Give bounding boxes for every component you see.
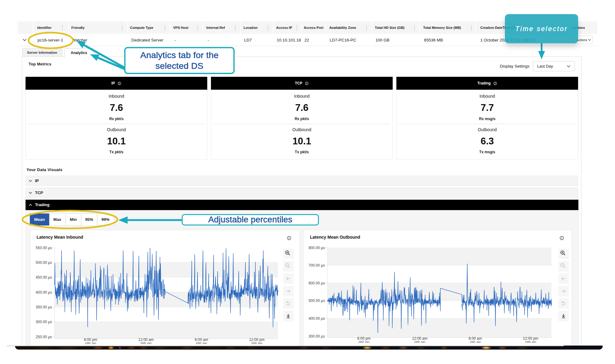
svg-text:250.00 µs: 250.00 µs <box>36 335 52 339</box>
svg-text:29th Jan: 29th Jan <box>251 341 262 345</box>
svg-text:29th Jan: 29th Jan <box>525 340 536 343</box>
svg-text:500.00 µs: 500.00 µs <box>36 260 52 265</box>
svg-text:28th Jan: 28th Jan <box>358 340 369 343</box>
svg-text:350.00 µs: 350.00 µs <box>36 305 52 309</box>
svg-text:600.00 µs: 600.00 µs <box>308 281 325 285</box>
svg-text:400.00 µs: 400.00 µs <box>36 290 52 295</box>
svg-text:700.00 µs: 700.00 µs <box>308 263 325 268</box>
svg-text:300.00 µs: 300.00 µs <box>36 320 52 324</box>
svg-text:300.00 µs: 300.00 µs <box>308 334 325 339</box>
svg-text:29th Jan: 29th Jan <box>196 341 207 345</box>
svg-text:450.00 µs: 450.00 µs <box>36 275 52 280</box>
svg-text:550.00 µs: 550.00 µs <box>36 246 52 250</box>
svg-text:800.00 µs: 800.00 µs <box>308 246 325 250</box>
svg-text:400.00 µs: 400.00 µs <box>308 316 325 321</box>
svg-text:29th Jan: 29th Jan <box>470 340 481 343</box>
svg-text:500.00 µs: 500.00 µs <box>308 299 325 303</box>
svg-text:29th Jan: 29th Jan <box>414 340 425 343</box>
svg-text:29th Jan: 29th Jan <box>141 341 152 345</box>
svg-text:28th Jan: 28th Jan <box>85 341 96 345</box>
